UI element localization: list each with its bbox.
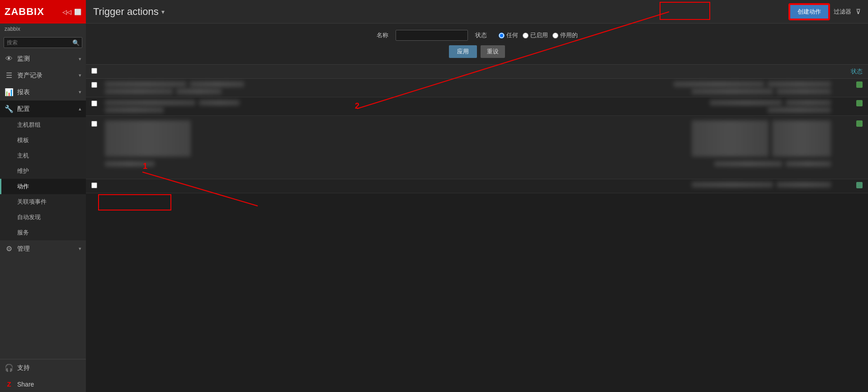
row-checkbox[interactable] (91, 182, 97, 188)
sidebar-item-actions[interactable]: 动作 (0, 179, 86, 194)
sidebar-item-correlation[interactable]: 关联项事件 (0, 194, 86, 210)
sidebar-item-monitor[interactable]: 👁 监测 ▾ (0, 51, 86, 67)
page-title-area: Trigger actions ▾ (93, 6, 165, 18)
filter-buttons: 应用 重设 (95, 45, 859, 58)
sidebar-item-host-groups[interactable]: 主机群组 (0, 117, 86, 133)
row-checkbox[interactable] (91, 100, 97, 106)
status-options: 任何 已启用 停用的 (499, 31, 578, 39)
create-action-button[interactable]: 创建动作 (789, 4, 829, 19)
status-disabled-option[interactable]: 停用的 (552, 31, 578, 39)
sidebar-item-assets[interactable]: ☰ 资产记录 ▾ (0, 67, 86, 84)
collapse-icon[interactable]: ◁◁ (62, 9, 71, 15)
status-disabled-radio[interactable] (552, 33, 558, 38)
sidebar-item-monitor-label: 监测 (17, 55, 30, 63)
chevron-up-icon: ▴ (79, 106, 81, 112)
sidebar-item-auto-discovery[interactable]: 自动发现 (0, 210, 86, 225)
status-col (835, 120, 863, 127)
blurred-sub1 (105, 107, 164, 113)
status-enabled-option[interactable]: 已启用 (523, 31, 548, 39)
sidebar-item-reports[interactable]: 📊 报表 ▾ (0, 84, 86, 100)
status-col (835, 81, 863, 88)
blurred-sub4 (777, 89, 831, 94)
page-title: Trigger actions (93, 6, 159, 18)
filter-bar: 名称 状态 任何 已启用 停用的 应用 重设 (86, 24, 868, 65)
chevron-down-icon: ▾ (79, 246, 81, 252)
status-col (835, 182, 863, 188)
sidebar-item-hosts[interactable]: 主机 (0, 148, 86, 163)
name-filter-label: 名称 (377, 31, 388, 39)
sidebar-item-share[interactable]: Z Share (0, 376, 86, 392)
sidebar-item-maintenance[interactable]: 维护 (0, 163, 86, 179)
reset-filter-button[interactable]: 重设 (481, 45, 505, 58)
sidebar-item-templates[interactable]: 模板 (0, 133, 86, 148)
sidebar-item-services[interactable]: 服务 (0, 225, 86, 240)
table-area: 状态 (86, 65, 868, 392)
expand-icon[interactable]: ⬜ (74, 9, 81, 15)
sidebar-sub-config: 主机群组 模板 主机 维护 动作 关联项事件 自动发现 服务 (0, 117, 86, 240)
sidebar-item-share-label: Share (17, 381, 34, 388)
table-row (86, 79, 868, 97)
reports-icon: 📊 (5, 88, 14, 96)
blurred-sub1 (105, 89, 173, 94)
assets-icon: ☰ (5, 71, 14, 80)
status-filter-label: 状态 (475, 31, 487, 39)
row-line (105, 81, 831, 87)
title-dropdown-icon[interactable]: ▾ (161, 8, 165, 15)
blurred-sub2 (176, 89, 222, 94)
status-enabled-label: 已启用 (530, 31, 548, 39)
table-row (86, 179, 868, 193)
filter-label: 过滤器 (834, 8, 851, 16)
header: Trigger actions ▾ 创建动作 过滤器 ⊽ (86, 0, 868, 24)
blurred-sub4 (786, 161, 831, 167)
sidebar-bottom: 🎧 支持 Z Share (0, 359, 86, 392)
search-icon: 🔍 (72, 39, 80, 46)
row-content (105, 182, 831, 187)
sidebar-search-area: 🔍 (0, 34, 86, 51)
status-badge (856, 120, 863, 127)
row-checkbox[interactable] (91, 121, 97, 127)
sidebar-logo-area: ZABBIX ◁◁ ⬜ (0, 0, 86, 24)
search-input[interactable] (4, 37, 82, 48)
row-content (105, 100, 831, 113)
table-header: 状态 (86, 65, 868, 79)
blurred-sub1 (105, 161, 155, 167)
status-any-radio[interactable] (499, 33, 505, 38)
blurred-detail (199, 100, 240, 105)
blurred-name (105, 100, 195, 105)
blurred-large-block3 (772, 120, 831, 157)
blurred-sub3 (714, 161, 782, 167)
table-row (86, 97, 868, 116)
filter-icon[interactable]: ⊽ (856, 8, 861, 16)
blurred-sub3 (768, 107, 831, 113)
status-disabled-label: 停用的 (560, 31, 578, 39)
row-content (105, 120, 831, 167)
zabbix-logo: ZABBIX (5, 6, 44, 18)
blurred-detail (190, 81, 244, 87)
sidebar-item-assets-label: 资产记录 (17, 72, 42, 80)
sidebar-item-reports-label: 报表 (17, 88, 30, 96)
row-line3 (105, 161, 831, 167)
sidebar: ZABBIX ◁◁ ⬜ zabbix 🔍 👁 监测 ▾ ☰ 资产记录 ▾ 📊 报… (0, 0, 86, 392)
row-line (105, 100, 831, 105)
sidebar-logo-icons: ◁◁ ⬜ (62, 9, 81, 15)
status-enabled-radio[interactable] (523, 33, 528, 38)
blurred-sub3 (692, 89, 773, 94)
select-all-checkbox[interactable] (91, 68, 97, 74)
status-any-option[interactable]: 任何 (499, 31, 518, 39)
row-checkbox[interactable] (91, 82, 97, 88)
apply-filter-button[interactable]: 应用 (449, 45, 477, 58)
sidebar-item-support[interactable]: 🎧 支持 (0, 359, 86, 376)
chevron-down-icon: ▾ (79, 89, 81, 95)
row-line2 (105, 107, 831, 113)
status-any-label: 任何 (506, 31, 518, 39)
status-badge (856, 182, 863, 188)
sidebar-item-admin-label: 管理 (17, 245, 30, 253)
sidebar-item-config[interactable]: 🔧 配置 ▴ (0, 100, 86, 117)
sidebar-item-admin[interactable]: ⚙ 管理 ▾ (0, 240, 86, 257)
sidebar-nav: 👁 监测 ▾ ☰ 资产记录 ▾ 📊 报表 ▾ 🔧 配置 ▴ 主机群组 模板 主机… (0, 51, 86, 359)
name-filter-input[interactable] (396, 30, 468, 41)
blurred-condition (710, 100, 782, 105)
row-content (105, 81, 831, 94)
chevron-down-icon: ▾ (79, 72, 81, 78)
blurred-large-block2 (692, 120, 769, 157)
